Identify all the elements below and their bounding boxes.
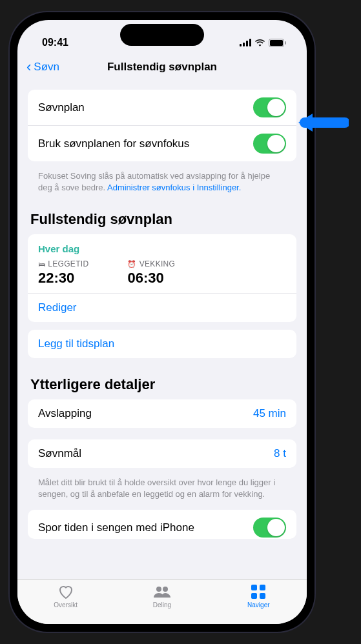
chevron-left-icon: ‹: [26, 60, 31, 74]
navigation-bar: ‹ Søvn Fullstendig søvnplan: [17, 54, 307, 82]
sleep-schedule-label: Søvnplan: [38, 101, 85, 114]
wind-down-card: Avslapping 45 min: [28, 399, 296, 428]
bedtime-value: 22:30: [38, 270, 88, 287]
track-time-toggle[interactable]: [253, 518, 286, 538]
svg-rect-9: [251, 585, 257, 590]
sleep-goal-label: Søvnmål: [38, 447, 81, 460]
status-indicators: [240, 39, 286, 47]
wind-down-label: Avslapping: [38, 407, 92, 420]
wake-value: 06:30: [127, 270, 175, 287]
wind-down-value: 45 min: [253, 407, 286, 420]
every-day-label: Hver dag: [38, 243, 286, 254]
scroll-content[interactable]: Søvnplan Bruk søvnplanen for søvnfokus F…: [17, 82, 307, 579]
svg-rect-0: [240, 44, 242, 46]
bedtime-label: LEGGETID: [48, 259, 88, 268]
tab-sharing[interactable]: Deling: [114, 583, 210, 609]
use-for-focus-row: Bruk søvnplanen for søvnfokus: [28, 125, 296, 161]
sleep-goal-row[interactable]: Søvnmål 8 t: [28, 439, 296, 468]
svg-point-7: [156, 587, 161, 592]
alarm-icon: ⏰: [127, 260, 136, 268]
use-for-focus-label: Bruk søvnplanen for søvnfokus: [38, 137, 189, 150]
tab-bar: Oversikt Deling Naviger: [17, 579, 307, 624]
full-schedule-header: Fullstendig søvnplan: [28, 203, 296, 234]
time-columns: 🛏 LEGGETID 22:30 ⏰ VEKKING 06:30: [38, 259, 286, 287]
manage-focus-link[interactable]: Administrer søvnfokus i Innstillinger.: [107, 183, 241, 192]
wake-column: ⏰ VEKKING 06:30: [127, 259, 175, 287]
sleep-schedule-toggle[interactable]: [253, 97, 286, 117]
heart-icon: [58, 583, 74, 600]
track-time-label: Spor tiden i sengen med iPhone: [38, 521, 194, 534]
svg-point-8: [163, 587, 168, 592]
grid-icon: [251, 583, 265, 600]
back-label: Søvn: [34, 61, 59, 74]
track-time-row: Spor tiden i sengen med iPhone: [28, 510, 296, 539]
sleep-schedule-row: Søvnplan: [28, 90, 296, 125]
svg-rect-5: [270, 40, 283, 46]
focus-footer-text: Fokuset Soving slås på automatisk ved av…: [28, 166, 296, 203]
page-title: Fullstendig søvnplan: [107, 61, 217, 74]
people-icon: [153, 583, 171, 600]
phone-screen: 09:41 ‹ Søvn Fullstendig søvnplan Søvnpl…: [17, 20, 307, 624]
schedule-card: Hver dag 🛏 LEGGETID 22:30 ⏰: [28, 234, 296, 322]
annotation-arrow: [298, 110, 349, 136]
tab-browse-label: Naviger: [247, 601, 269, 609]
tab-browse[interactable]: Naviger: [211, 583, 307, 609]
battery-icon: [269, 39, 286, 47]
use-for-focus-toggle[interactable]: [253, 134, 286, 154]
schedule-main: Hver dag 🛏 LEGGETID 22:30 ⏰: [28, 234, 296, 293]
phone-frame: 09:41 ‹ Søvn Fullstendig søvnplan Søvnpl…: [10, 12, 315, 632]
sleep-goal-card: Søvnmål 8 t: [28, 439, 296, 468]
add-schedule-button[interactable]: Legg til tidsplan: [28, 330, 296, 358]
svg-rect-11: [251, 593, 257, 599]
bedtime-label-row: 🛏 LEGGETID: [38, 259, 88, 268]
bedtime-column: 🛏 LEGGETID 22:30: [38, 259, 88, 287]
sleep-schedule-toggles-card: Søvnplan Bruk søvnplanen for søvnfokus: [28, 90, 296, 161]
wifi-icon: [254, 39, 265, 46]
sleep-goal-footer: Målet ditt blir brukt til å holde oversi…: [28, 473, 296, 510]
track-time-card: Spor tiden i sengen med iPhone: [28, 510, 296, 539]
bed-icon: 🛏: [38, 260, 45, 268]
svg-rect-6: [285, 41, 286, 45]
tab-summary-label: Oversikt: [54, 601, 77, 609]
wind-down-row[interactable]: Avslapping 45 min: [28, 399, 296, 428]
svg-rect-10: [260, 585, 265, 590]
add-schedule-card: Legg til tidsplan: [28, 330, 296, 358]
back-button[interactable]: ‹ Søvn: [26, 60, 59, 74]
svg-rect-1: [243, 43, 245, 46]
wake-label-row: ⏰ VEKKING: [127, 259, 175, 268]
status-time: 09:41: [42, 37, 68, 48]
svg-rect-3: [249, 39, 251, 46]
wake-label: VEKKING: [139, 259, 175, 268]
additional-details-header: Ytterligere detaljer: [28, 363, 296, 399]
svg-rect-12: [260, 593, 265, 599]
tab-summary[interactable]: Oversikt: [17, 583, 114, 609]
tab-sharing-label: Deling: [153, 601, 171, 609]
cellular-icon: [240, 39, 251, 46]
edit-schedule-button[interactable]: Rediger: [28, 293, 296, 322]
svg-rect-2: [246, 41, 248, 46]
sleep-goal-value: 8 t: [274, 447, 286, 460]
dynamic-island: [120, 24, 204, 46]
